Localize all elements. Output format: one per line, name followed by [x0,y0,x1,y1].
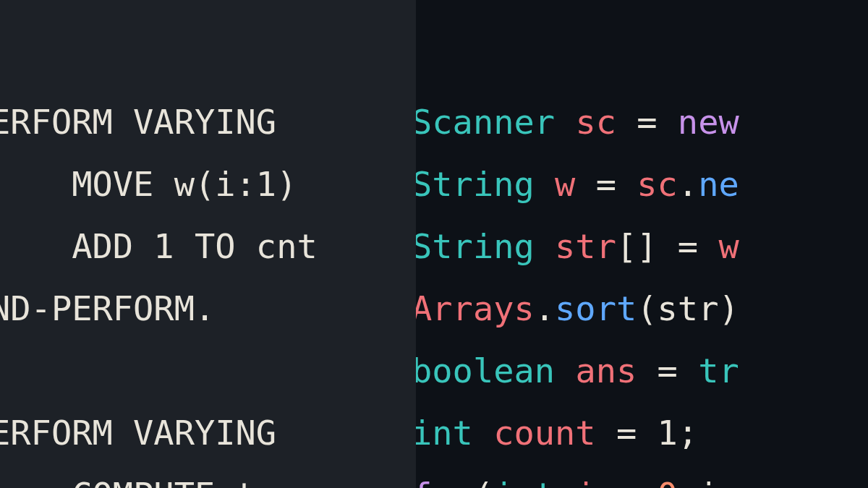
code-token: sc [637,164,678,204]
code-token [535,226,555,266]
code-token: . [535,288,555,328]
code-token: ans [575,351,637,390]
left-code-line: MOVE w(i:1) [0,153,406,215]
split-editor: ERFORM VARYING MOVE w(i:1) ADD 1 TO cntN… [0,0,868,488]
left-code-line: COMPUTE tmp [0,464,406,488]
code-token: [] = [616,226,718,266]
code-token: = [616,102,678,142]
code-token: int [493,475,555,488]
right-code-content: Scanner sc = newString w = sc.neString s… [416,91,864,488]
left-code-line: ERFORM VARYING [0,402,406,464]
code-token: ( [637,288,657,328]
code-token: String [416,226,535,266]
code-token: . [678,164,698,204]
code-token [555,351,575,390]
code-token: 0 [658,475,678,488]
code-token: w [555,164,575,204]
code-token: = [575,164,637,204]
left-code-content: ERFORM VARYING MOVE w(i:1) ADD 1 TO cntN… [0,91,406,488]
code-token: ) [718,288,739,328]
code-token [555,102,575,142]
code-token: int [416,413,473,453]
left-code-line: ADD 1 TO cnt [0,215,406,278]
code-token: String [416,164,535,204]
code-token: ; [678,475,698,488]
code-token: ne [698,164,739,204]
code-token: str [555,226,616,266]
code-token: w [718,226,739,266]
left-code-pane[interactable]: ERFORM VARYING MOVE w(i:1) ADD 1 TO cntN… [0,0,416,488]
right-code-line: boolean ans = tr [416,340,864,402]
code-token: i< [698,475,739,488]
code-token [535,164,555,204]
code-token: for [416,475,473,488]
code-token [473,413,493,453]
code-token: ( [473,475,493,488]
code-token: boolean [416,351,555,390]
code-token [555,475,575,488]
code-token: str [658,288,719,328]
code-token: count [493,413,595,453]
code-token: sort [555,288,637,328]
code-token: = [596,413,658,453]
code-token: sc [575,102,616,142]
right-code-line: int count = 1; [416,402,864,464]
code-token: = [637,351,698,390]
left-code-line: ND-PERFORM. [0,278,406,340]
code-token: new [678,102,739,142]
right-code-pane[interactable]: Scanner sc = newString w = sc.neString s… [416,0,868,488]
right-code-line: String w = sc.ne [416,153,864,215]
code-token: ; [678,413,698,453]
code-token: i [575,475,595,488]
code-token: Arrays [416,288,535,328]
right-code-line: Scanner sc = new [416,91,864,153]
code-token: tr [698,351,739,390]
code-token: = [596,475,658,488]
left-code-line [0,340,406,402]
right-code-line: for(int i = 0;i< [416,464,864,488]
left-code-line: ERFORM VARYING [0,91,406,153]
right-code-line: Arrays.sort(str) [416,278,864,340]
code-token: Scanner [416,102,555,142]
code-token: 1 [658,413,678,453]
right-code-line: String str[] = w [416,215,864,278]
